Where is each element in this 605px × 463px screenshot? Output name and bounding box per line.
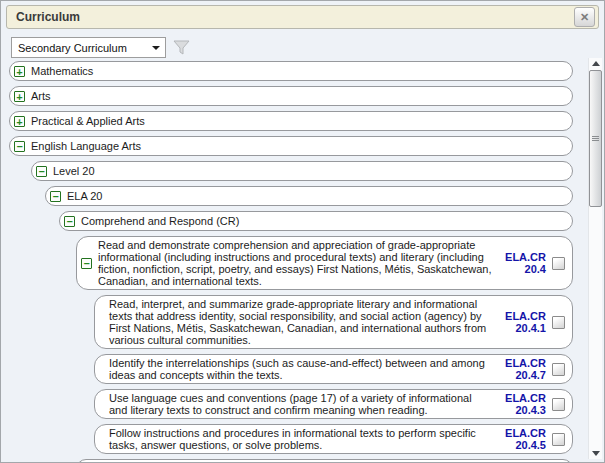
tree-item-mathematics[interactable]: + Mathematics (9, 61, 573, 81)
dropdown-selected-value: Secondary Curriculum (18, 42, 127, 54)
chevron-down-icon (152, 46, 160, 50)
outcome-text: Identify the interrelationships (such as… (109, 357, 492, 381)
tree-item-ela-20[interactable]: − ELA 20 (45, 186, 573, 206)
tree-item-arts[interactable]: + Arts (9, 86, 573, 106)
outcome-code-number: 20.4.5 (498, 439, 546, 451)
outcome-code-number: 20.4.7 (498, 369, 546, 381)
outcome-code: ELA.CR 20.4.7 (498, 357, 546, 381)
outcome-code-subject: ELA.CR (498, 427, 546, 439)
collapse-icon[interactable]: − (36, 166, 47, 177)
curriculum-type-dropdown[interactable]: Secondary Curriculum (11, 37, 166, 58)
outcome-text: Read and demonstrate comprehension and a… (98, 239, 492, 287)
tree-item-label: Practical & Applied Arts (31, 115, 145, 127)
curriculum-panel: Curriculum ✕ Secondary Curriculum + Math… (0, 0, 605, 463)
tree-item-level-20[interactable]: − Level 20 (31, 161, 573, 181)
collapse-icon[interactable]: − (50, 191, 61, 202)
collapse-icon[interactable]: − (81, 258, 92, 269)
tree-item-comprehend-and-respond[interactable]: − Comprehend and Respond (CR) (59, 211, 573, 231)
outcome-code-number: 20.4 (498, 263, 546, 275)
close-button[interactable]: ✕ (574, 7, 595, 27)
outcome-code: ELA.CR 20.4.3 (498, 392, 546, 416)
tree-item-label: Arts (31, 90, 51, 102)
outcome-checkbox[interactable] (552, 433, 565, 446)
scroll-up-icon[interactable] (592, 61, 600, 66)
tree-item-label: English Language Arts (31, 140, 141, 152)
outcome-code-subject: ELA.CR (498, 357, 546, 369)
outcome-item-20-4-3[interactable]: Use language cues and conventions (page … (94, 389, 573, 419)
tree-item-label: Level 20 (53, 165, 95, 177)
outcome-code-subject: ELA.CR (498, 251, 546, 263)
curriculum-tree: + Mathematics + Arts + Practical & Appli… (6, 58, 573, 463)
outcome-code-number: 20.4.3 (498, 404, 546, 416)
outcome-checkbox[interactable] (552, 257, 565, 270)
vertical-scrollbar[interactable] (588, 58, 602, 459)
filter-icon[interactable] (173, 40, 190, 56)
outcome-item-20-4[interactable]: − Read and demonstrate comprehension and… (76, 236, 573, 290)
tree-item-label: Mathematics (31, 65, 93, 77)
collapse-icon[interactable]: − (64, 216, 75, 227)
outcome-checkbox[interactable] (552, 363, 565, 376)
scrollbar-grip-icon (592, 136, 599, 137)
tree-item-english-language-arts[interactable]: − English Language Arts (9, 136, 573, 156)
collapse-icon[interactable]: − (14, 141, 25, 152)
tree-item-label: ELA 20 (67, 190, 102, 202)
expand-icon[interactable]: + (14, 91, 25, 102)
tree-item-label: Comprehend and Respond (CR) (81, 215, 239, 227)
outcome-text: Use language cues and conventions (page … (109, 392, 492, 416)
scrollbar-thumb[interactable] (589, 70, 602, 207)
outcome-text: Read, interpret, and summarize grade-app… (109, 298, 492, 346)
tree-item-practical-applied-arts[interactable]: + Practical & Applied Arts (9, 111, 573, 131)
close-icon: ✕ (580, 12, 589, 23)
outcome-code: ELA.CR 20.4.5 (498, 427, 546, 451)
outcome-code: ELA.CR 20.4 (498, 251, 546, 275)
outcome-item-20-4-1[interactable]: Read, interpret, and summarize grade-app… (94, 295, 573, 349)
expand-icon[interactable]: + (14, 116, 25, 127)
tree-item-partial[interactable] (76, 459, 573, 463)
panel-title: Curriculum (16, 10, 80, 24)
outcome-code-subject: ELA.CR (498, 392, 546, 404)
scroll-down-icon[interactable] (592, 451, 600, 456)
toolbar: Secondary Curriculum (11, 37, 190, 58)
outcome-code-subject: ELA.CR (498, 310, 546, 322)
outcome-code: ELA.CR 20.4.1 (498, 310, 546, 334)
outcome-text: Follow instructions and procedures in in… (109, 427, 492, 451)
outcome-checkbox[interactable] (552, 316, 565, 329)
outcome-checkbox[interactable] (552, 398, 565, 411)
expand-icon[interactable]: + (14, 66, 25, 77)
outcome-code-number: 20.4.1 (498, 322, 546, 334)
panel-header: Curriculum ✕ (6, 5, 599, 29)
outcome-item-20-4-5[interactable]: Follow instructions and procedures in in… (94, 424, 573, 454)
outcome-item-20-4-7[interactable]: Identify the interrelationships (such as… (94, 354, 573, 384)
